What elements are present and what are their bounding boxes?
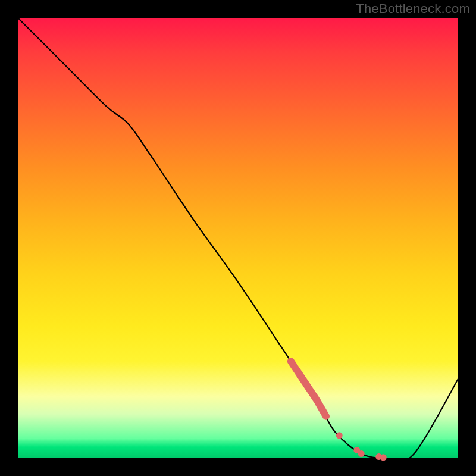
curve-svg xyxy=(18,18,458,458)
bottleneck-curve-path xyxy=(18,18,458,461)
watermark-text: TheBottleneck.com xyxy=(356,1,470,17)
highlight-dot xyxy=(380,454,387,461)
highlight-dot xyxy=(358,450,365,457)
highlight-dot xyxy=(336,432,343,439)
plot-area xyxy=(18,18,458,458)
highlight-dots xyxy=(336,432,387,461)
chart-stage: TheBottleneck.com xyxy=(0,0,476,476)
highlight-segment xyxy=(291,361,326,416)
